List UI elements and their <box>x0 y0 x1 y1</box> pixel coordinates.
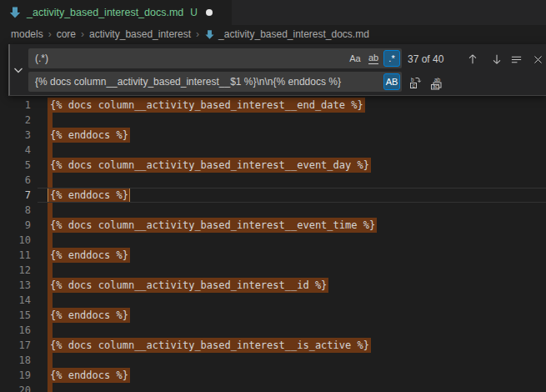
line-number: 12 <box>0 263 31 278</box>
breadcrumb-separator: › <box>81 28 84 40</box>
editor-line[interactable]: 7{% enddocs %} <box>0 188 546 203</box>
breadcrumb: models › core › activity_based_interest … <box>0 25 546 43</box>
markdown-file-icon <box>204 29 215 40</box>
preserve-case-icon: AB <box>386 77 398 87</box>
find-match: {% docs column__activity_based_interest_… <box>48 218 377 233</box>
editor-lines: 1{% docs column__activity_based_interest… <box>0 98 546 392</box>
line-content: {% enddocs %} <box>50 188 130 203</box>
selection-icon <box>510 53 523 66</box>
editor-tab[interactable]: _activity_based_interest_docs.md U <box>0 0 232 25</box>
line-number: 8 <box>0 203 31 218</box>
line-number: 3 <box>0 128 31 143</box>
find-match-empty <box>48 143 53 158</box>
find-in-selection-button[interactable] <box>508 52 523 67</box>
find-match-empty <box>48 113 53 128</box>
editor-line[interactable]: 19{% enddocs %} <box>0 368 546 383</box>
replace-value-text: {% docs column__activity_based_interest_… <box>35 76 363 88</box>
line-number: 10 <box>0 233 31 248</box>
find-widget: (.*) Aa ab .* 37 of 40 {% docs column__a… <box>8 44 546 96</box>
find-match: {% enddocs %} <box>48 368 130 383</box>
line-number: 1 <box>0 98 31 113</box>
editor-line[interactable]: 10 <box>0 233 546 248</box>
find-match-empty <box>48 173 53 188</box>
editor-line[interactable]: 9{% docs column__activity_based_interest… <box>0 218 546 233</box>
line-content: {% enddocs %} <box>50 368 130 383</box>
replace-button[interactable]: b c <box>408 75 423 90</box>
editor-line[interactable]: 13{% docs column__activity_based_interes… <box>0 278 546 293</box>
find-match: {% docs column__activity_based_interest_… <box>48 98 365 113</box>
regex-icon: .* <box>388 53 394 63</box>
line-content: {% docs column__activity_based_interest_… <box>50 218 377 233</box>
find-match-empty <box>48 353 53 368</box>
tab-filename: _activity_based_interest_docs.md <box>27 7 183 18</box>
editor-line[interactable]: 8 <box>0 203 546 218</box>
line-number: 6 <box>0 173 31 188</box>
editor-line[interactable]: 12 <box>0 263 546 278</box>
match-case-icon: Aa <box>349 53 360 63</box>
editor-line[interactable]: 17{% docs column__activity_based_interes… <box>0 338 546 353</box>
find-match: {% docs column__activity_based_interest_… <box>48 158 371 173</box>
match-case-toggle[interactable]: Aa <box>347 50 363 67</box>
find-match: {% enddocs %} <box>48 308 130 323</box>
editor-line[interactable]: 3{% enddocs %} <box>0 128 546 143</box>
line-number: 19 <box>0 368 31 383</box>
replace-icon: b c <box>408 76 422 89</box>
editor-line[interactable]: 14 <box>0 293 546 308</box>
find-results-count: 37 of 40 <box>408 53 443 65</box>
find-match: {% docs column__activity_based_interest_… <box>48 338 371 353</box>
breadcrumb-item-file[interactable]: _activity_based_interest_docs.md <box>204 28 369 40</box>
toggle-replace-chevron-icon[interactable] <box>12 63 25 77</box>
line-number: 13 <box>0 278 31 293</box>
editor-line[interactable]: 18 <box>0 353 546 368</box>
find-match-empty <box>48 203 53 218</box>
arrow-down-icon <box>491 53 503 65</box>
previous-match-button[interactable] <box>465 52 480 67</box>
svg-text:ab: ab <box>434 76 441 82</box>
regex-toggle[interactable]: .* <box>383 50 400 67</box>
find-match-current: {% enddocs %} <box>48 188 130 203</box>
line-content: {% docs column__activity_based_interest_… <box>50 158 371 173</box>
line-number: 2 <box>0 113 31 128</box>
find-match: {% enddocs %} <box>48 248 130 263</box>
breadcrumb-separator: › <box>48 28 52 40</box>
replace-all-button[interactable]: ab ac <box>428 75 443 90</box>
dirty-indicator-icon[interactable] <box>206 9 213 16</box>
close-find-widget-button[interactable] <box>530 52 545 67</box>
editor-line[interactable]: 5{% docs column__activity_based_interest… <box>0 158 546 173</box>
find-match: {% docs column__activity_based_interest_… <box>48 278 328 293</box>
editor-line[interactable]: 11{% enddocs %} <box>0 248 546 263</box>
breadcrumb-item-activity-based-interest[interactable]: activity_based_interest <box>89 28 191 40</box>
line-number: 14 <box>0 293 31 308</box>
editor-line[interactable]: 2 <box>0 113 546 128</box>
preserve-case-toggle[interactable]: AB <box>383 73 400 90</box>
breadcrumb-separator: › <box>196 28 199 40</box>
tab-bar: _activity_based_interest_docs.md U <box>0 0 546 25</box>
line-number: 5 <box>0 158 31 173</box>
editor-line[interactable]: 16 <box>0 323 546 338</box>
editor-line[interactable]: 1{% docs column__activity_based_interest… <box>0 98 546 113</box>
find-match-empty <box>48 293 53 308</box>
whole-word-icon: ab <box>368 53 378 64</box>
breadcrumb-item-core[interactable]: core <box>57 28 76 40</box>
editor-line[interactable]: 4 <box>0 143 546 158</box>
editor-line[interactable]: 6 <box>0 173 546 188</box>
replace-input[interactable]: {% docs column__activity_based_interest_… <box>28 72 402 92</box>
line-number: 4 <box>0 143 31 158</box>
breadcrumb-item-models[interactable]: models <box>11 28 43 40</box>
close-icon <box>533 54 543 65</box>
arrow-up-icon <box>467 53 478 65</box>
svg-text:ac: ac <box>433 83 439 89</box>
find-match-empty <box>48 383 53 392</box>
line-content <box>50 383 53 392</box>
whole-word-toggle[interactable]: ab <box>365 50 382 67</box>
line-content: {% docs column__activity_based_interest_… <box>50 278 328 293</box>
line-number: 15 <box>0 308 31 323</box>
editor-line[interactable]: 15{% enddocs %} <box>0 308 546 323</box>
line-number: 17 <box>0 338 31 353</box>
replace-all-icon: ab ac <box>429 76 443 90</box>
editor-line[interactable]: 20 <box>0 383 546 392</box>
line-number: 9 <box>0 218 31 233</box>
next-match-button[interactable] <box>489 52 504 67</box>
line-content: {% enddocs %} <box>50 128 130 143</box>
find-input[interactable]: (.*) Aa ab .* <box>28 48 402 68</box>
